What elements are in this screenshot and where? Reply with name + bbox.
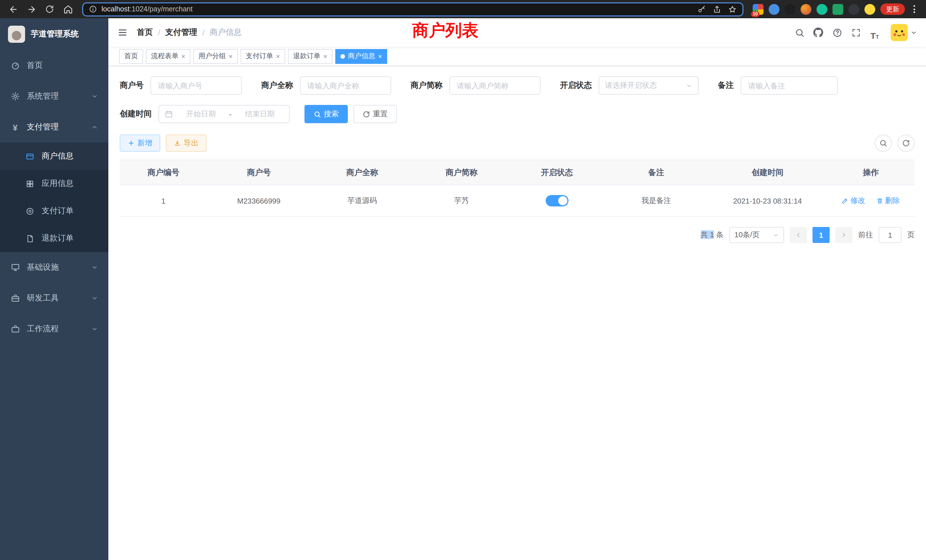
- font-size-large-glyph: T: [870, 31, 876, 40]
- tab-label: 商户信息: [348, 51, 375, 61]
- sidebar-item-payment[interactable]: ¥ 支付管理: [0, 112, 108, 142]
- refresh-button[interactable]: [897, 135, 915, 152]
- field-label: 开启状态: [560, 80, 592, 91]
- avatar[interactable]: [891, 24, 908, 41]
- merchant-card-icon: [25, 152, 35, 160]
- merchant-no-input[interactable]: [151, 76, 242, 95]
- full-name-input[interactable]: [300, 76, 391, 95]
- column-header: 商户简称: [414, 160, 510, 185]
- back-icon[interactable]: [6, 2, 21, 17]
- home-icon[interactable]: [61, 2, 75, 17]
- toolbox-icon: [10, 294, 20, 303]
- logo[interactable]: 芋道管理系统: [0, 18, 108, 50]
- sidebar-item-home[interactable]: 首页: [0, 50, 108, 81]
- user-menu[interactable]: [891, 24, 917, 41]
- chevron-down-icon: [91, 295, 98, 302]
- hide-search-button[interactable]: [875, 135, 892, 152]
- tab-process-form[interactable]: 流程表单×: [146, 49, 191, 64]
- extension-icon[interactable]: [785, 4, 796, 15]
- close-icon[interactable]: ×: [276, 53, 280, 60]
- search-form-row-1: 商户号 商户全称 商户简称 开启状态 请选择开启状态: [120, 76, 915, 105]
- extension-icon[interactable]: 10: [753, 4, 764, 15]
- close-icon[interactable]: ×: [181, 53, 185, 60]
- reset-button-label: 重置: [373, 109, 388, 119]
- address-bar[interactable]: localhost:1024/pay/merchant: [82, 2, 743, 16]
- chevron-down-icon: [686, 82, 692, 89]
- short-name-input[interactable]: [449, 76, 540, 95]
- add-button[interactable]: 新增: [120, 135, 160, 152]
- github-icon[interactable]: [811, 25, 826, 40]
- hamburger-icon[interactable]: [118, 27, 128, 38]
- remark-input[interactable]: [741, 76, 838, 95]
- prev-page-button[interactable]: [790, 227, 807, 243]
- tab-merchant-info[interactable]: 商户信息×: [335, 49, 387, 64]
- sidebar-item-infra[interactable]: 基础设施: [0, 252, 108, 283]
- close-icon[interactable]: ×: [228, 53, 233, 60]
- sidebar-item-dev-tools[interactable]: 研发工具: [0, 283, 108, 314]
- extension-icon[interactable]: [769, 4, 779, 15]
- main-area: 首页 / 支付管理 / 商户信息: [108, 18, 926, 560]
- sidebar-item-label: 工作流程: [27, 324, 59, 334]
- close-icon[interactable]: ×: [323, 53, 327, 60]
- cell-short-name: 芋艿: [414, 185, 510, 216]
- tags-view: 首页 流程表单× 用户分组× 支付订单× 退款订单× 商户信息×: [108, 47, 926, 66]
- create-time-range-picker[interactable]: 开始日期 - 结束日期: [159, 105, 290, 123]
- sidebar-subitem-merchant-info[interactable]: 商户信息: [0, 142, 108, 170]
- date-separator: -: [229, 110, 232, 118]
- status-select[interactable]: 请选择开启状态: [599, 76, 699, 95]
- font-size-icon[interactable]: TT: [867, 25, 882, 40]
- password-key-icon[interactable]: [698, 5, 706, 14]
- bookmark-star-icon[interactable]: [728, 5, 737, 14]
- sidebar-subitem-refund-order[interactable]: 退款订单: [0, 225, 108, 252]
- merchant-table: 商户编号 商户号 商户全称 商户简称 开启状态 备注 创建时间 操作 1: [120, 160, 915, 217]
- share-icon[interactable]: [713, 5, 721, 14]
- sidebar-item-system[interactable]: 系统管理: [0, 81, 108, 112]
- breadcrumb-item[interactable]: 首页: [137, 27, 153, 38]
- goto-page-input[interactable]: [879, 227, 902, 243]
- tab-home[interactable]: 首页: [119, 49, 143, 64]
- close-icon[interactable]: ×: [378, 53, 382, 60]
- browser-update-button[interactable]: 更新: [881, 3, 905, 15]
- tab-user-group[interactable]: 用户分组×: [193, 49, 238, 64]
- reset-action: 重置: [354, 105, 397, 123]
- tab-refund-order[interactable]: 退款订单×: [288, 49, 333, 64]
- tab-label: 支付订单: [246, 51, 273, 61]
- extension-icon[interactable]: [800, 4, 811, 15]
- add-button-label: 新增: [138, 138, 152, 148]
- browser-menu-icon[interactable]: [910, 3, 918, 15]
- status-toggle[interactable]: [545, 195, 568, 206]
- tab-pay-order[interactable]: 支付订单×: [241, 49, 285, 64]
- edit-link[interactable]: 修改: [842, 195, 865, 206]
- next-page-button[interactable]: [835, 227, 852, 243]
- fullscreen-icon[interactable]: [849, 25, 863, 40]
- sidebar-subitem-app-info[interactable]: 应用信息: [0, 170, 108, 197]
- sidebar-item-workflow[interactable]: 工作流程: [0, 314, 108, 344]
- reload-icon[interactable]: [42, 2, 57, 17]
- reset-button[interactable]: 重置: [354, 105, 397, 123]
- forward-icon[interactable]: [24, 2, 39, 17]
- export-button[interactable]: 导出: [166, 135, 206, 152]
- extension-icon[interactable]: [864, 4, 875, 15]
- breadcrumb-item[interactable]: 支付管理: [165, 27, 197, 38]
- filter-short-name: 商户简称: [410, 76, 540, 95]
- annotation-title: 商户列表: [412, 20, 478, 42]
- page-size-select[interactable]: 10条/页: [729, 227, 784, 243]
- cell-full-name: 芋道源码: [310, 185, 414, 216]
- site-info-icon[interactable]: [89, 5, 97, 13]
- extension-icon[interactable]: [832, 4, 843, 15]
- search-icon[interactable]: [792, 25, 807, 40]
- extension-icon[interactable]: [817, 4, 828, 15]
- help-icon[interactable]: [830, 25, 844, 40]
- export-button-label: 导出: [184, 138, 198, 148]
- page-number-button[interactable]: 1: [813, 227, 830, 243]
- tab-label: 首页: [124, 51, 138, 61]
- end-date-placeholder: 结束日期: [236, 109, 283, 119]
- search-button[interactable]: 搜索: [304, 105, 348, 123]
- extension-icon[interactable]: [849, 4, 859, 15]
- sidebar-subitem-label: 退款订单: [42, 233, 74, 244]
- delete-link[interactable]: 删除: [876, 195, 900, 206]
- sidebar: 芋道管理系统 首页 系统管理: [0, 18, 108, 560]
- filter-remark: 备注: [718, 76, 838, 95]
- total-count: 共 1 条: [701, 230, 723, 240]
- sidebar-subitem-pay-order[interactable]: 支付订单: [0, 197, 108, 225]
